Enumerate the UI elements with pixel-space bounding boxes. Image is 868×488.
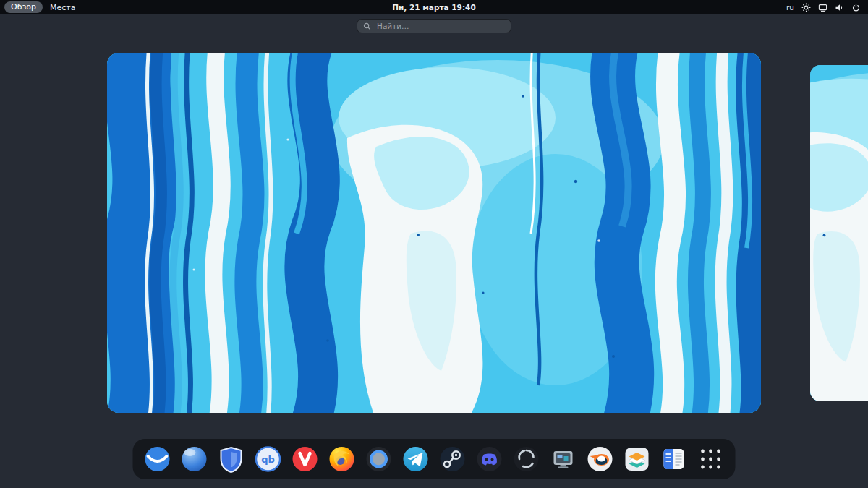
volume-icon[interactable] xyxy=(835,3,844,12)
dock-item-vivaldi[interactable] xyxy=(291,445,320,474)
power-icon[interactable] xyxy=(851,3,861,12)
wallpaper-marbled-paint xyxy=(810,65,868,401)
qbittorrent-icon: qb xyxy=(254,445,283,474)
dock-item-firefox[interactable] xyxy=(328,445,357,474)
web-browser-icon xyxy=(143,445,172,474)
dock-item-swirl-app[interactable] xyxy=(512,445,541,474)
dock-item-blender[interactable] xyxy=(586,445,615,474)
dock-item-bitwarden[interactable] xyxy=(217,445,246,474)
search-bar[interactable] xyxy=(357,19,511,33)
dock-item-telegram[interactable] xyxy=(401,445,430,474)
layers-app-icon xyxy=(623,445,652,474)
places-button[interactable]: Места xyxy=(50,3,75,12)
swirl-app-icon xyxy=(512,445,541,474)
wallpaper-marbled-paint xyxy=(107,53,761,413)
telegram-icon xyxy=(401,445,430,474)
keyboard-layout-indicator[interactable]: ru xyxy=(786,3,794,12)
bitwarden-shield-icon xyxy=(217,445,246,474)
qbittorrent-label: qb xyxy=(261,454,275,465)
blender-icon xyxy=(586,445,615,474)
document-app-icon xyxy=(660,445,689,474)
dock-item-virtual-machine[interactable] xyxy=(549,445,578,474)
dock-item-document-app[interactable] xyxy=(660,445,689,474)
dock-item-globe-browser[interactable] xyxy=(180,445,209,474)
dock-item-discord[interactable] xyxy=(475,445,504,474)
virtual-machine-icon xyxy=(549,445,578,474)
search-icon xyxy=(363,22,371,30)
dock-item-web-browser[interactable] xyxy=(143,445,172,474)
top-bar: Обзор Места Пн, 21 марта 19:40 ru xyxy=(0,0,868,14)
dock-item-steam[interactable] xyxy=(438,445,467,474)
globe-browser-icon xyxy=(180,445,209,474)
dock-item-qbittorrent[interactable]: qb xyxy=(254,445,283,474)
dock-item-blue-ring-app[interactable] xyxy=(365,445,393,474)
system-status-area[interactable]: ru xyxy=(786,0,868,14)
search-input[interactable] xyxy=(375,21,505,31)
firefox-icon xyxy=(328,445,357,474)
discord-icon xyxy=(475,445,504,474)
activities-button[interactable]: Обзор xyxy=(4,1,43,13)
workspace-thumbnail-next[interactable] xyxy=(810,65,868,401)
blue-ring-app-icon xyxy=(365,445,393,474)
vivaldi-icon xyxy=(291,445,320,474)
clock[interactable]: Пн, 21 марта 19:40 xyxy=(392,0,475,14)
screencast-icon[interactable] xyxy=(818,3,827,12)
brightness-icon[interactable] xyxy=(801,3,811,12)
show-apps-button[interactable] xyxy=(697,445,726,474)
dock-item-layers-app[interactable] xyxy=(623,445,652,474)
steam-icon xyxy=(438,445,467,474)
show-apps-grid-icon xyxy=(697,445,726,474)
workspace-thumbnail-current[interactable] xyxy=(107,53,761,413)
dash-dock: qb xyxy=(133,439,736,479)
